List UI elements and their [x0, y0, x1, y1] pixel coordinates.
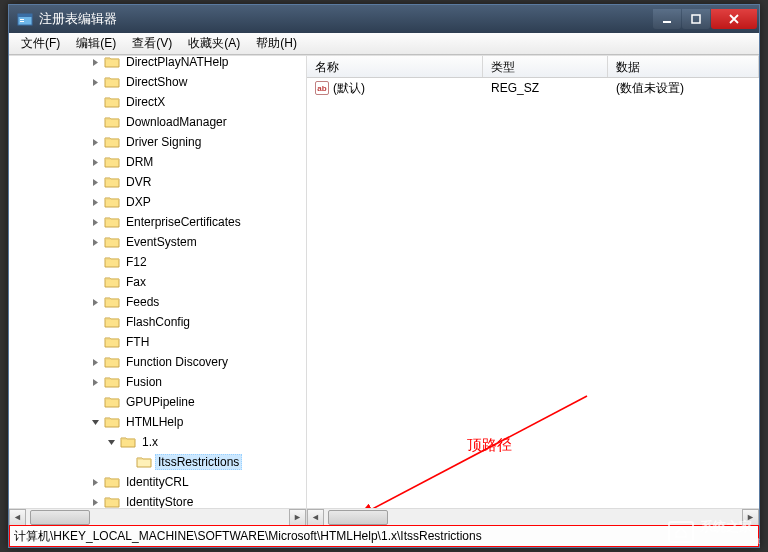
list-row[interactable]: ab (默认) REG_SZ (数值未设置) — [307, 78, 759, 98]
folder-icon — [104, 315, 120, 329]
folder-icon — [104, 195, 120, 209]
svg-rect-2 — [20, 19, 24, 20]
expand-toggle-icon[interactable] — [89, 176, 101, 188]
tree-item-label: EventSystem — [123, 234, 200, 250]
tree-item[interactable]: DXP — [9, 192, 306, 212]
tree-item-label: Driver Signing — [123, 134, 204, 150]
minimize-button[interactable] — [653, 9, 681, 29]
tree-item[interactable]: Feeds — [9, 292, 306, 312]
col-type[interactable]: 类型 — [483, 56, 608, 77]
tree-item[interactable]: DirectX — [9, 92, 306, 112]
expand-toggle-icon[interactable] — [89, 416, 101, 428]
expand-toggle-icon[interactable] — [89, 376, 101, 388]
tree-item[interactable]: EnterpriseCertificates — [9, 212, 306, 232]
folder-icon — [104, 475, 120, 489]
scroll-thumb[interactable] — [30, 510, 90, 525]
scroll-right-button[interactable]: ► — [289, 509, 306, 526]
expand-toggle-icon[interactable] — [89, 56, 101, 68]
scroll-track[interactable] — [324, 510, 742, 525]
tree-item[interactable]: Fax — [9, 272, 306, 292]
expand-toggle-icon[interactable] — [89, 236, 101, 248]
svg-rect-3 — [20, 21, 24, 22]
tree-item[interactable]: 1.x — [9, 432, 306, 452]
scroll-right-button[interactable]: ► — [742, 509, 759, 526]
list-body[interactable]: ab (默认) REG_SZ (数值未设置) 顶路径 — [307, 78, 759, 508]
tree-item-label: Fax — [123, 274, 149, 290]
tree-item[interactable]: F12 — [9, 252, 306, 272]
folder-icon — [136, 455, 152, 469]
tree-item-label: IdentityStore — [123, 494, 196, 508]
app-icon — [17, 11, 33, 27]
tree-item-label: DXP — [123, 194, 154, 210]
tree-item[interactable]: DVR — [9, 172, 306, 192]
menu-edit[interactable]: 编辑(E) — [68, 33, 124, 54]
expand-toggle-icon[interactable] — [89, 356, 101, 368]
window-controls — [653, 9, 757, 29]
svg-rect-5 — [692, 15, 700, 23]
tree-item[interactable]: IdentityStore — [9, 492, 306, 508]
tree-item-label: Function Discovery — [123, 354, 231, 370]
tree-item[interactable]: FlashConfig — [9, 312, 306, 332]
menu-favorites[interactable]: 收藏夹(A) — [180, 33, 248, 54]
tree-item[interactable]: Function Discovery — [9, 352, 306, 372]
scroll-left-button[interactable]: ◄ — [307, 509, 324, 526]
tree-item-label: HTMLHelp — [123, 414, 186, 430]
scroll-thumb[interactable] — [328, 510, 388, 525]
tree-item-label: DirectShow — [123, 74, 190, 90]
expand-toggle-icon[interactable] — [89, 476, 101, 488]
col-data[interactable]: 数据 — [608, 56, 759, 77]
expand-toggle-icon[interactable] — [89, 136, 101, 148]
list-hscrollbar[interactable]: ◄ ► — [307, 508, 759, 525]
tree-item[interactable]: HTMLHelp — [9, 412, 306, 432]
folder-icon — [104, 75, 120, 89]
menu-help[interactable]: 帮助(H) — [248, 33, 305, 54]
tree-view[interactable]: DirectPlayNATHelpDirectShowDirectXDownlo… — [9, 56, 306, 508]
tree-item[interactable]: DownloadManager — [9, 112, 306, 132]
value-name: (默认) — [333, 80, 365, 97]
value-data: (数值未设置) — [608, 78, 759, 99]
tree-item-label: DirectPlayNATHelp — [123, 56, 231, 70]
folder-icon — [104, 335, 120, 349]
svg-rect-4 — [663, 21, 671, 23]
folder-icon — [120, 435, 136, 449]
folder-icon — [104, 375, 120, 389]
tree-hscrollbar[interactable]: ◄ ► — [9, 508, 306, 525]
close-button[interactable] — [711, 9, 757, 29]
tree-item[interactable]: FTH — [9, 332, 306, 352]
expand-toggle-icon[interactable] — [89, 76, 101, 88]
tree-item[interactable]: IdentityCRL — [9, 472, 306, 492]
titlebar[interactable]: 注册表编辑器 — [9, 5, 759, 33]
expand-toggle-icon[interactable] — [89, 296, 101, 308]
expand-toggle-icon[interactable] — [89, 156, 101, 168]
expand-toggle-icon[interactable] — [105, 436, 117, 448]
expand-toggle-icon[interactable] — [89, 216, 101, 228]
statusbar: 计算机\HKEY_LOCAL_MACHINE\SOFTWARE\Microsof… — [9, 525, 759, 547]
annotation-arrow — [307, 78, 757, 508]
tree-item[interactable]: GPUPipeline — [9, 392, 306, 412]
expand-toggle-icon[interactable] — [89, 196, 101, 208]
menu-view[interactable]: 查看(V) — [124, 33, 180, 54]
folder-icon — [104, 495, 120, 508]
tree-item[interactable]: ItssRestrictions — [9, 452, 306, 472]
tree-item[interactable]: DirectPlayNATHelp — [9, 56, 306, 72]
folder-icon — [104, 215, 120, 229]
tree-item-label: DRM — [123, 154, 156, 170]
tree-item-label: DownloadManager — [123, 114, 230, 130]
tree-item[interactable]: EventSystem — [9, 232, 306, 252]
tree-item-label: EnterpriseCertificates — [123, 214, 244, 230]
list-pane: 名称 类型 数据 ab (默认) REG_SZ (数值未设置) 顶路径 — [307, 56, 759, 525]
expand-toggle-icon[interactable] — [89, 496, 101, 508]
tree-item-label: F12 — [123, 254, 150, 270]
tree-item-label: DirectX — [123, 94, 168, 110]
tree-item[interactable]: DirectShow — [9, 72, 306, 92]
menu-file[interactable]: 文件(F) — [13, 33, 68, 54]
col-name[interactable]: 名称 — [307, 56, 483, 77]
scroll-track[interactable] — [26, 510, 289, 525]
maximize-button[interactable] — [682, 9, 710, 29]
tree-item[interactable]: Driver Signing — [9, 132, 306, 152]
tree-item[interactable]: Fusion — [9, 372, 306, 392]
annotation-label: 顶路径 — [467, 436, 512, 455]
tree-item-label: GPUPipeline — [123, 394, 198, 410]
tree-item[interactable]: DRM — [9, 152, 306, 172]
scroll-left-button[interactable]: ◄ — [9, 509, 26, 526]
